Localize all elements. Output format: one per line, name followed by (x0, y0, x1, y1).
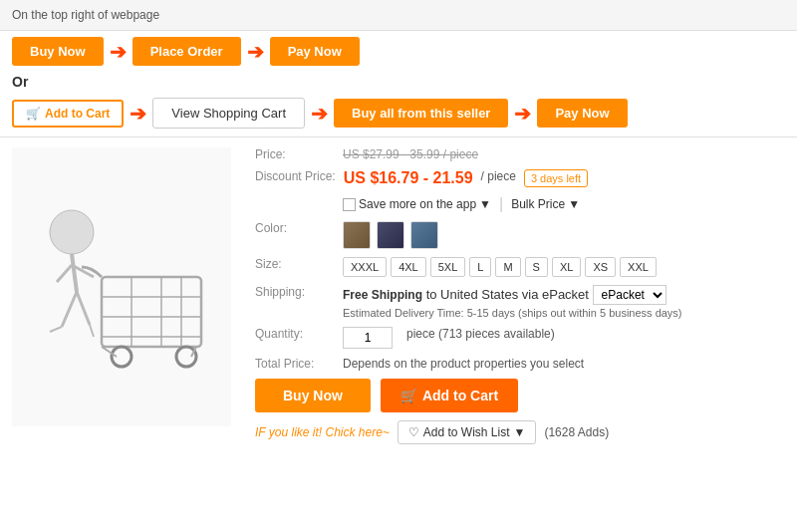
size-m[interactable]: M (495, 257, 520, 277)
arrow-4: ➔ (311, 102, 328, 126)
shipping-label: Shipping: (255, 285, 335, 299)
buy-now-button-main[interactable]: Buy Now (255, 379, 371, 412)
cart-icon-main: 🛒 (400, 388, 417, 403)
size-xxl[interactable]: XXL (620, 257, 657, 277)
arrow-1: ➔ (110, 40, 127, 64)
pieces-available: piece (713 pieces available) (406, 327, 555, 341)
product-image (12, 147, 231, 426)
svg-line-15 (62, 292, 77, 327)
add-to-cart-button-main[interactable]: 🛒 Add to Cart (381, 379, 518, 412)
arrow-3: ➔ (130, 102, 146, 126)
buy-now-button-1[interactable]: Buy Now (12, 37, 104, 66)
svg-point-8 (176, 347, 196, 367)
save-app-label: Save more on the app (359, 197, 476, 211)
discount-label: Discount Price: (255, 169, 336, 183)
top-bar: On the top right of webpage (0, 0, 797, 31)
svg-point-11 (50, 210, 94, 254)
svg-line-17 (50, 327, 62, 332)
svg-line-16 (77, 292, 90, 325)
view-cart-button[interactable]: View Shopping Cart (152, 98, 305, 129)
pay-now-button-2[interactable]: Pay Now (537, 99, 627, 128)
flow-row-1: Buy Now ➔ Place Order ➔ Pay Now (0, 31, 797, 72)
color-swatch-2[interactable] (377, 221, 404, 249)
svg-line-14 (57, 265, 72, 282)
original-price: US $27.99 - 35.99 / piece (343, 147, 478, 161)
size-xl[interactable]: XL (552, 257, 581, 277)
size-5xl[interactable]: 5XL (430, 257, 466, 277)
discount-price-row: Discount Price: US $16.79 - 21.59 / piec… (255, 169, 785, 187)
free-shipping: Free Shipping (343, 288, 422, 302)
bulk-price-label: Bulk Price (511, 197, 565, 211)
estimated-delivery: Estimated Delivery Time: 5-15 days (ship… (343, 307, 682, 319)
add-wishlist-label: Add to Wish List (423, 425, 510, 439)
product-details: Price: US $27.99 - 35.99 / piece Discoun… (247, 147, 785, 444)
add-to-cart-label: Add to Cart (45, 107, 110, 121)
flow-row-2: 🛒 Add to Cart ➔ View Shopping Cart ➔ Buy… (0, 92, 797, 134)
shipping-info: Free Shipping to United States via ePack… (343, 285, 682, 319)
top-label: On the top right of webpage (12, 8, 159, 22)
buy-all-button[interactable]: Buy all from this seller (334, 99, 508, 128)
size-s[interactable]: S (525, 257, 548, 277)
cart-icon-flow: 🛒 (26, 107, 41, 121)
save-app-checkbox[interactable] (343, 198, 356, 211)
svg-point-7 (112, 347, 132, 367)
size-xxxl[interactable]: XXXL (343, 257, 387, 277)
if-you-like: IF you like it! Chick here~ (255, 425, 390, 439)
svg-line-12 (72, 254, 77, 292)
days-left-badge: 3 days left (524, 169, 588, 187)
total-value: Depends on the product properties you se… (343, 357, 584, 371)
add-wishlist-button[interactable]: ♡ Add to Wish List ▼ (398, 420, 537, 444)
save-app: Save more on the app ▼ (343, 197, 491, 211)
add-to-cart-main-label: Add to Cart (422, 388, 498, 403)
shipping-top: Free Shipping to United States via ePack… (343, 285, 682, 305)
or-label: Or (0, 72, 797, 92)
heart-icon: ♡ (408, 425, 419, 439)
action-buttons: Buy Now 🛒 Add to Cart (255, 379, 785, 412)
total-label: Total Price: (255, 357, 335, 371)
save-app-arrow: ▼ (479, 197, 491, 211)
size-label: Size: (255, 257, 335, 271)
main-content: Price: US $27.99 - 35.99 / piece Discoun… (0, 139, 797, 452)
wishlist-row: IF you like it! Chick here~ ♡ Add to Wis… (255, 420, 785, 444)
price-row: Price: US $27.99 - 35.99 / piece (255, 147, 785, 161)
quantity-label: Quantity: (255, 327, 335, 341)
per-piece: / piece (481, 169, 516, 183)
add-to-cart-button-flow[interactable]: 🛒 Add to Cart (12, 100, 124, 128)
svg-line-18 (90, 325, 94, 337)
pay-now-button-1[interactable]: Pay Now (270, 37, 360, 66)
quantity-input[interactable] (343, 327, 393, 349)
wishlist-arrow: ▼ (514, 425, 526, 439)
size-buttons: XXXL 4XL 5XL L M S XL XS XXL (343, 257, 657, 277)
adds-count: (1628 Adds) (544, 425, 609, 439)
color-label: Color: (255, 221, 335, 235)
size-row: Size: XXXL 4XL 5XL L M S XL XS XXL (255, 257, 785, 277)
color-row: Color: (255, 221, 785, 249)
separator: | (499, 195, 503, 213)
total-price-row: Total Price: Depends on the product prop… (255, 357, 785, 371)
size-l[interactable]: L (469, 257, 491, 277)
save-more-row: Save more on the app ▼ | Bulk Price ▼ (255, 195, 785, 213)
color-swatches (343, 221, 438, 249)
quantity-row: Quantity: piece (713 pieces available) (255, 327, 785, 349)
arrow-5: ➔ (514, 102, 531, 126)
arrow-2: ➔ (247, 40, 264, 64)
discount-price: US $16.79 - 21.59 (344, 169, 473, 187)
size-4xl[interactable]: 4XL (391, 257, 426, 277)
size-xs[interactable]: XS (585, 257, 616, 277)
price-label: Price: (255, 147, 335, 161)
place-order-button[interactable]: Place Order (133, 37, 241, 66)
color-swatch-1[interactable] (343, 221, 371, 249)
shipping-dropdown[interactable]: ePacket (593, 285, 666, 305)
shipping-to: to United States via ePacket (426, 287, 589, 302)
product-svg (22, 177, 221, 397)
color-swatch-3[interactable] (410, 221, 438, 249)
shipping-row: Shipping: Free Shipping to United States… (255, 285, 785, 319)
bulk-price[interactable]: Bulk Price ▼ (511, 197, 580, 211)
bulk-price-arrow: ▼ (568, 197, 580, 211)
